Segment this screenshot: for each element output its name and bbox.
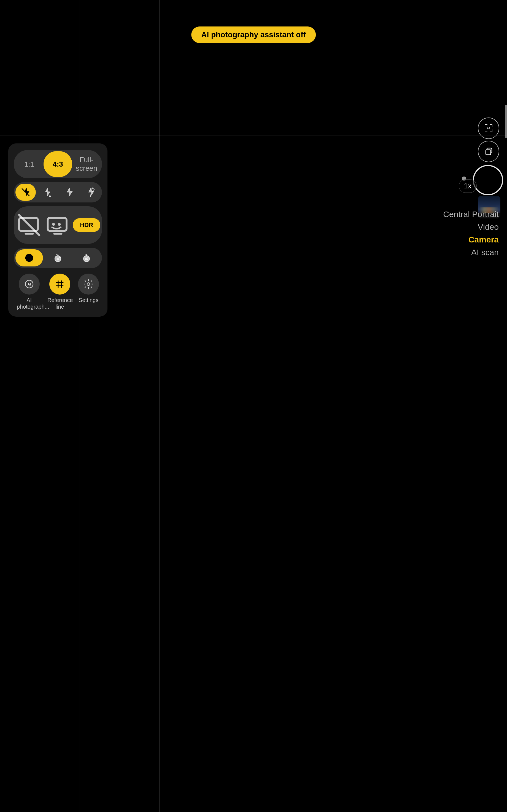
flash-row: A (14, 182, 102, 202)
reference-line-icon (54, 278, 65, 290)
af-button[interactable]: AF (478, 117, 499, 139)
copy-icon (483, 146, 494, 157)
svg-text:A: A (49, 195, 51, 198)
camera-viewfinder (0, 0, 507, 812)
svg-line-33 (85, 255, 86, 255)
hdr-label: HDR (80, 221, 93, 229)
aspect-fullscreen-button[interactable]: Full-screen (72, 151, 101, 177)
hdr-off-icon (15, 211, 43, 239)
scroll-indicator (505, 105, 507, 138)
timer-off-button[interactable] (15, 249, 43, 266)
timer-5s-button[interactable]: 5s (73, 249, 100, 266)
aspect-1-1-button[interactable]: 1:1 (15, 151, 44, 177)
flash-fill-icon (85, 187, 95, 198)
svg-line-28 (56, 255, 57, 255)
ai-photography-label: AI photograph... (17, 297, 42, 310)
copy-button[interactable] (478, 141, 499, 162)
mode-video[interactable]: Video (478, 222, 499, 232)
settings-icon-circle (78, 273, 99, 295)
timer-row: 2s 5s (14, 248, 102, 268)
zoom-button[interactable]: 1x (459, 179, 477, 193)
flash-on-button[interactable] (58, 184, 79, 201)
shutter-button[interactable] (473, 165, 503, 195)
settings-label: Settings (78, 297, 98, 303)
svg-point-22 (52, 223, 55, 226)
hdr-on-button[interactable]: HDR (73, 218, 100, 232)
mode-central-portrait[interactable]: Central Portrait (443, 210, 499, 219)
svg-text:5s: 5s (85, 258, 88, 261)
hdr-row: HDR (14, 206, 102, 244)
svg-rect-9 (486, 150, 491, 155)
controls-panel: 1:1 4:3 Full-screen A (8, 143, 107, 317)
bottom-icons-row: AI AI photograph... Referenceline (14, 272, 102, 310)
hdr-smart-icon (44, 211, 72, 239)
mode-camera[interactable]: Camera (468, 235, 499, 244)
flash-off-icon (20, 187, 31, 198)
svg-point-12 (91, 188, 94, 191)
aspect-4-3-button[interactable]: 4:3 (44, 151, 72, 177)
settings-icon (83, 278, 94, 290)
settings-button[interactable]: Settings (78, 273, 99, 303)
svg-point-23 (58, 223, 61, 226)
aspect-ratio-row: 1:1 4:3 Full-screen (14, 150, 102, 178)
svg-text:AF: AF (487, 127, 490, 130)
ai-icon: AI (24, 278, 35, 290)
timer-off-icon (24, 253, 35, 263)
reference-line-button[interactable]: Referenceline (47, 273, 72, 310)
af-icon: AF (483, 123, 494, 134)
ai-photography-button[interactable]: AI AI photograph... (17, 273, 42, 310)
reference-line-label: Referenceline (47, 297, 72, 310)
flash-off-button[interactable] (15, 184, 36, 201)
flash-auto-icon: A (42, 187, 52, 198)
timer-2s-icon: 2s (53, 253, 63, 263)
mode-ai-scan[interactable]: AI scan (471, 248, 499, 257)
flash-auto-button[interactable]: A (37, 184, 57, 201)
flash-fill-button[interactable] (80, 184, 100, 201)
svg-rect-3 (492, 124, 492, 127)
ai-icon-circle: AI (19, 273, 40, 295)
reference-icon-circle (49, 273, 70, 295)
svg-text:AI: AI (27, 283, 31, 286)
timer-2s-button[interactable]: 2s (44, 249, 72, 266)
svg-point-42 (87, 283, 90, 286)
ai-toast: AI photography assistant off (191, 27, 316, 43)
svg-text:2s: 2s (57, 258, 59, 261)
svg-rect-5 (485, 130, 485, 132)
mode-labels-container: Central Portrait Video Camera AI scan (443, 210, 499, 257)
svg-rect-7 (492, 130, 492, 132)
flash-on-icon (63, 187, 74, 198)
svg-rect-1 (485, 124, 485, 127)
timer-5s-icon: 5s (81, 253, 92, 263)
hdr-smart-button[interactable] (44, 208, 72, 242)
hdr-off-button[interactable] (15, 208, 43, 242)
